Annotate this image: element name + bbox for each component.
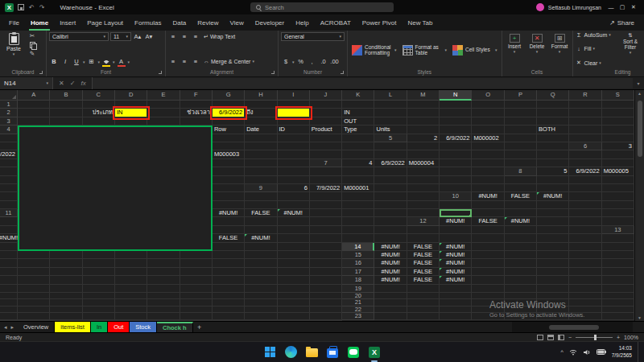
cell-F5[interactable] bbox=[569, 134, 601, 142]
row-header-4[interactable]: 4 bbox=[0, 125, 18, 134]
col-header-F[interactable]: F bbox=[180, 90, 213, 101]
cell-J6[interactable] bbox=[440, 150, 472, 158]
cell-N1[interactable] bbox=[440, 101, 472, 109]
cell-Q1[interactable] bbox=[537, 101, 569, 109]
cell-A7[interactable]: 4 bbox=[342, 159, 374, 167]
accounting-format-icon[interactable]: $ bbox=[281, 58, 291, 66]
alignment-dialog-launcher[interactable] bbox=[271, 71, 275, 74]
row-header-11[interactable]: 11 bbox=[0, 209, 18, 217]
cut-icon[interactable]: ✂ bbox=[27, 32, 37, 40]
cell-L9[interactable] bbox=[0, 192, 18, 200]
cell-B3[interactable] bbox=[50, 117, 82, 125]
row-header-13[interactable]: 13 bbox=[602, 226, 634, 234]
cell-H16[interactable] bbox=[602, 259, 634, 267]
cell-R15[interactable] bbox=[278, 259, 310, 267]
sheet-tab-out[interactable]: Out bbox=[108, 322, 130, 332]
cell-P5[interactable] bbox=[440, 142, 472, 150]
cell-I6[interactable] bbox=[407, 150, 440, 158]
cell-A22[interactable] bbox=[374, 306, 407, 314]
cell-J5[interactable] bbox=[245, 142, 277, 150]
cell-S3[interactable] bbox=[602, 117, 634, 125]
sheet-nav-right-icon[interactable]: ▸ bbox=[11, 324, 14, 331]
cell-B9[interactable]: 7/9/2022 bbox=[310, 184, 342, 192]
cell-M16[interactable] bbox=[115, 268, 147, 276]
cell-K6[interactable] bbox=[472, 150, 504, 158]
cell-Q2[interactable] bbox=[537, 109, 569, 117]
cell-H1[interactable] bbox=[245, 101, 277, 109]
ribbon-tab-developer[interactable]: Developer bbox=[250, 14, 290, 31]
cell-O14[interactable] bbox=[180, 251, 213, 259]
cell-A1[interactable] bbox=[18, 101, 50, 109]
cell-Q12[interactable] bbox=[505, 226, 537, 234]
cell-I11[interactable] bbox=[505, 209, 537, 217]
cell-J16[interactable] bbox=[18, 268, 50, 276]
cell-A23[interactable] bbox=[374, 313, 407, 320]
cell-H5[interactable] bbox=[0, 142, 18, 150]
cell-O1[interactable] bbox=[472, 101, 504, 109]
cell-R22[interactable] bbox=[278, 313, 310, 320]
select-all-corner[interactable] bbox=[0, 90, 18, 101]
cell-M11[interactable] bbox=[0, 217, 18, 225]
cell-C19[interactable] bbox=[440, 285, 472, 293]
cell-N18[interactable] bbox=[147, 285, 180, 293]
cell-G18[interactable] bbox=[569, 276, 601, 284]
vertical-scrollbar[interactable]: ▲ ▼ bbox=[634, 90, 644, 321]
cell-K17[interactable] bbox=[50, 276, 82, 284]
cell-C20[interactable] bbox=[440, 293, 472, 300]
cell-R7[interactable] bbox=[440, 167, 472, 175]
cell-O9[interactable] bbox=[278, 192, 310, 200]
cell-B19[interactable] bbox=[407, 285, 440, 293]
cell-M22[interactable] bbox=[115, 313, 147, 320]
sheet-tab-overview[interactable]: Overview bbox=[18, 322, 55, 332]
increase-font-icon[interactable]: A▴ bbox=[133, 33, 142, 41]
cell-O10[interactable] bbox=[472, 201, 504, 209]
wifi-icon[interactable] bbox=[569, 349, 577, 356]
sheet-tab-items-list[interactable]: items-list bbox=[55, 322, 91, 332]
ribbon-tab-data[interactable]: Data bbox=[167, 14, 192, 31]
cell-L6[interactable] bbox=[505, 150, 537, 158]
cell-A11[interactable]: #NUM! bbox=[213, 209, 245, 217]
cell-B12[interactable]: FALSE bbox=[472, 217, 504, 225]
line-app-icon[interactable] bbox=[346, 345, 361, 360]
cell-B5[interactable]: 6/9/2022 bbox=[440, 134, 472, 142]
cell-A17[interactable]: #NUM! bbox=[374, 268, 407, 276]
cell-L15[interactable] bbox=[83, 259, 115, 267]
cell-M7[interactable] bbox=[278, 167, 310, 175]
cell-I9[interactable] bbox=[537, 184, 569, 192]
cell-M4[interactable] bbox=[602, 125, 634, 134]
cell-G5[interactable] bbox=[602, 134, 634, 142]
cell-G19[interactable] bbox=[569, 285, 601, 293]
sheet-nav-left-icon[interactable]: ◂ bbox=[4, 324, 7, 331]
cell-F19[interactable] bbox=[537, 285, 569, 293]
cell-F10[interactable] bbox=[0, 201, 18, 209]
cell-N4[interactable] bbox=[0, 134, 18, 142]
zoom-slider[interactable] bbox=[576, 337, 613, 338]
start-button[interactable] bbox=[262, 345, 277, 360]
cell-D2[interactable]: IN bbox=[115, 109, 147, 117]
cell-E5[interactable] bbox=[537, 134, 569, 142]
cell-E8[interactable] bbox=[213, 176, 245, 184]
cell-F13[interactable] bbox=[342, 234, 374, 242]
cell-G10[interactable] bbox=[213, 201, 245, 209]
cell-I16[interactable] bbox=[0, 268, 18, 276]
cell-B15[interactable]: FALSE bbox=[407, 251, 440, 259]
cell-Q4[interactable] bbox=[278, 134, 310, 142]
cell-E15[interactable] bbox=[505, 251, 537, 259]
cell-O4[interactable] bbox=[213, 134, 245, 142]
cell-B17[interactable]: FALSE bbox=[407, 268, 440, 276]
cell-G11[interactable] bbox=[407, 209, 440, 217]
cell-D8[interactable] bbox=[0, 176, 18, 184]
cell-E22[interactable] bbox=[505, 306, 537, 314]
cell-S18[interactable] bbox=[310, 285, 342, 293]
cell-L16[interactable] bbox=[83, 268, 115, 276]
cell-R21[interactable] bbox=[278, 306, 310, 314]
spreadsheet-grid[interactable]: ABCDEFGHIJKLMNOPQRS12ประเภทINช่วงเวลา6/9… bbox=[0, 90, 634, 321]
cell-E20[interactable] bbox=[505, 293, 537, 300]
cell-N19[interactable] bbox=[147, 293, 180, 300]
cell-F17[interactable] bbox=[537, 268, 569, 276]
cell-L12[interactable] bbox=[342, 226, 374, 234]
cell-S6[interactable] bbox=[278, 159, 310, 167]
fill-color-icon[interactable] bbox=[101, 58, 111, 66]
delete-button[interactable]: ✕ Delete ▾ bbox=[527, 32, 547, 54]
cell-G4[interactable] bbox=[407, 125, 440, 134]
